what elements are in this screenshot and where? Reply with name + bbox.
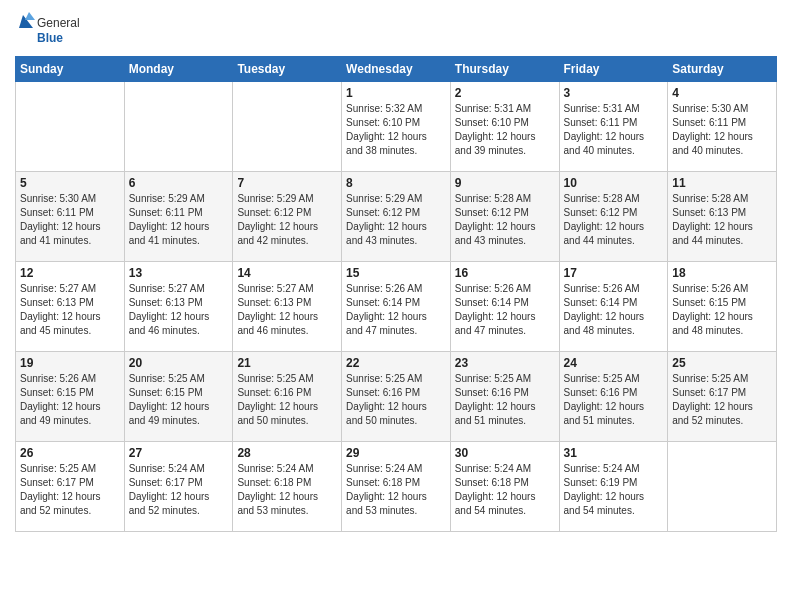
week-row-2: 5Sunrise: 5:30 AMSunset: 6:11 PMDaylight… bbox=[16, 172, 777, 262]
calendar-cell: 24Sunrise: 5:25 AMSunset: 6:16 PMDayligh… bbox=[559, 352, 668, 442]
calendar-cell: 3Sunrise: 5:31 AMSunset: 6:11 PMDaylight… bbox=[559, 82, 668, 172]
calendar-cell: 9Sunrise: 5:28 AMSunset: 6:12 PMDaylight… bbox=[450, 172, 559, 262]
calendar-cell: 21Sunrise: 5:25 AMSunset: 6:16 PMDayligh… bbox=[233, 352, 342, 442]
calendar-cell: 16Sunrise: 5:26 AMSunset: 6:14 PMDayligh… bbox=[450, 262, 559, 352]
calendar-cell: 8Sunrise: 5:29 AMSunset: 6:12 PMDaylight… bbox=[342, 172, 451, 262]
calendar-cell: 27Sunrise: 5:24 AMSunset: 6:17 PMDayligh… bbox=[124, 442, 233, 532]
weekday-header-thursday: Thursday bbox=[450, 57, 559, 82]
calendar-cell: 13Sunrise: 5:27 AMSunset: 6:13 PMDayligh… bbox=[124, 262, 233, 352]
calendar-cell: 6Sunrise: 5:29 AMSunset: 6:11 PMDaylight… bbox=[124, 172, 233, 262]
week-row-5: 26Sunrise: 5:25 AMSunset: 6:17 PMDayligh… bbox=[16, 442, 777, 532]
day-info: Sunrise: 5:26 AMSunset: 6:15 PMDaylight:… bbox=[20, 372, 120, 428]
day-info: Sunrise: 5:25 AMSunset: 6:16 PMDaylight:… bbox=[564, 372, 664, 428]
day-info: Sunrise: 5:28 AMSunset: 6:13 PMDaylight:… bbox=[672, 192, 772, 248]
day-number: 22 bbox=[346, 356, 446, 370]
day-number: 20 bbox=[129, 356, 229, 370]
day-info: Sunrise: 5:27 AMSunset: 6:13 PMDaylight:… bbox=[129, 282, 229, 338]
day-info: Sunrise: 5:25 AMSunset: 6:16 PMDaylight:… bbox=[237, 372, 337, 428]
calendar-cell: 7Sunrise: 5:29 AMSunset: 6:12 PMDaylight… bbox=[233, 172, 342, 262]
day-number: 13 bbox=[129, 266, 229, 280]
day-info: Sunrise: 5:26 AMSunset: 6:14 PMDaylight:… bbox=[455, 282, 555, 338]
day-info: Sunrise: 5:25 AMSunset: 6:17 PMDaylight:… bbox=[672, 372, 772, 428]
day-info: Sunrise: 5:25 AMSunset: 6:16 PMDaylight:… bbox=[455, 372, 555, 428]
day-number: 19 bbox=[20, 356, 120, 370]
day-number: 8 bbox=[346, 176, 446, 190]
calendar-cell: 5Sunrise: 5:30 AMSunset: 6:11 PMDaylight… bbox=[16, 172, 125, 262]
day-number: 3 bbox=[564, 86, 664, 100]
calendar-cell: 30Sunrise: 5:24 AMSunset: 6:18 PMDayligh… bbox=[450, 442, 559, 532]
day-number: 17 bbox=[564, 266, 664, 280]
weekday-header-sunday: Sunday bbox=[16, 57, 125, 82]
calendar-table: SundayMondayTuesdayWednesdayThursdayFrid… bbox=[15, 56, 777, 532]
day-number: 7 bbox=[237, 176, 337, 190]
day-info: Sunrise: 5:24 AMSunset: 6:18 PMDaylight:… bbox=[346, 462, 446, 518]
calendar-cell: 22Sunrise: 5:25 AMSunset: 6:16 PMDayligh… bbox=[342, 352, 451, 442]
calendar-cell: 10Sunrise: 5:28 AMSunset: 6:12 PMDayligh… bbox=[559, 172, 668, 262]
calendar-cell: 1Sunrise: 5:32 AMSunset: 6:10 PMDaylight… bbox=[342, 82, 451, 172]
calendar-cell: 15Sunrise: 5:26 AMSunset: 6:14 PMDayligh… bbox=[342, 262, 451, 352]
day-number: 12 bbox=[20, 266, 120, 280]
day-info: Sunrise: 5:24 AMSunset: 6:17 PMDaylight:… bbox=[129, 462, 229, 518]
calendar-cell bbox=[668, 442, 777, 532]
day-number: 29 bbox=[346, 446, 446, 460]
week-row-3: 12Sunrise: 5:27 AMSunset: 6:13 PMDayligh… bbox=[16, 262, 777, 352]
calendar-cell: 4Sunrise: 5:30 AMSunset: 6:11 PMDaylight… bbox=[668, 82, 777, 172]
day-info: Sunrise: 5:26 AMSunset: 6:15 PMDaylight:… bbox=[672, 282, 772, 338]
day-info: Sunrise: 5:29 AMSunset: 6:11 PMDaylight:… bbox=[129, 192, 229, 248]
weekday-header-friday: Friday bbox=[559, 57, 668, 82]
day-number: 21 bbox=[237, 356, 337, 370]
day-info: Sunrise: 5:29 AMSunset: 6:12 PMDaylight:… bbox=[346, 192, 446, 248]
day-number: 24 bbox=[564, 356, 664, 370]
day-number: 30 bbox=[455, 446, 555, 460]
calendar-cell bbox=[233, 82, 342, 172]
calendar-cell: 12Sunrise: 5:27 AMSunset: 6:13 PMDayligh… bbox=[16, 262, 125, 352]
day-number: 2 bbox=[455, 86, 555, 100]
day-number: 14 bbox=[237, 266, 337, 280]
week-row-1: 1Sunrise: 5:32 AMSunset: 6:10 PMDaylight… bbox=[16, 82, 777, 172]
day-info: Sunrise: 5:25 AMSunset: 6:17 PMDaylight:… bbox=[20, 462, 120, 518]
calendar-cell: 28Sunrise: 5:24 AMSunset: 6:18 PMDayligh… bbox=[233, 442, 342, 532]
logo: General Blue bbox=[15, 10, 85, 50]
day-number: 9 bbox=[455, 176, 555, 190]
calendar-body: 1Sunrise: 5:32 AMSunset: 6:10 PMDaylight… bbox=[16, 82, 777, 532]
calendar-cell: 2Sunrise: 5:31 AMSunset: 6:10 PMDaylight… bbox=[450, 82, 559, 172]
day-number: 31 bbox=[564, 446, 664, 460]
day-info: Sunrise: 5:30 AMSunset: 6:11 PMDaylight:… bbox=[20, 192, 120, 248]
calendar-cell: 25Sunrise: 5:25 AMSunset: 6:17 PMDayligh… bbox=[668, 352, 777, 442]
weekday-header-wednesday: Wednesday bbox=[342, 57, 451, 82]
day-info: Sunrise: 5:31 AMSunset: 6:10 PMDaylight:… bbox=[455, 102, 555, 158]
page-header: General Blue bbox=[15, 10, 777, 50]
logo-svg: General Blue bbox=[15, 10, 85, 50]
day-number: 18 bbox=[672, 266, 772, 280]
weekday-header-tuesday: Tuesday bbox=[233, 57, 342, 82]
day-info: Sunrise: 5:27 AMSunset: 6:13 PMDaylight:… bbox=[20, 282, 120, 338]
calendar-cell: 19Sunrise: 5:26 AMSunset: 6:15 PMDayligh… bbox=[16, 352, 125, 442]
day-number: 11 bbox=[672, 176, 772, 190]
day-number: 26 bbox=[20, 446, 120, 460]
day-info: Sunrise: 5:28 AMSunset: 6:12 PMDaylight:… bbox=[455, 192, 555, 248]
calendar-cell: 11Sunrise: 5:28 AMSunset: 6:13 PMDayligh… bbox=[668, 172, 777, 262]
day-info: Sunrise: 5:26 AMSunset: 6:14 PMDaylight:… bbox=[346, 282, 446, 338]
day-info: Sunrise: 5:26 AMSunset: 6:14 PMDaylight:… bbox=[564, 282, 664, 338]
svg-text:General: General bbox=[37, 16, 80, 30]
calendar-cell: 18Sunrise: 5:26 AMSunset: 6:15 PMDayligh… bbox=[668, 262, 777, 352]
calendar-header: SundayMondayTuesdayWednesdayThursdayFrid… bbox=[16, 57, 777, 82]
day-number: 25 bbox=[672, 356, 772, 370]
calendar-cell: 29Sunrise: 5:24 AMSunset: 6:18 PMDayligh… bbox=[342, 442, 451, 532]
calendar-cell: 14Sunrise: 5:27 AMSunset: 6:13 PMDayligh… bbox=[233, 262, 342, 352]
day-info: Sunrise: 5:25 AMSunset: 6:16 PMDaylight:… bbox=[346, 372, 446, 428]
svg-marker-3 bbox=[25, 12, 35, 20]
calendar-cell: 20Sunrise: 5:25 AMSunset: 6:15 PMDayligh… bbox=[124, 352, 233, 442]
weekday-header-saturday: Saturday bbox=[668, 57, 777, 82]
day-info: Sunrise: 5:32 AMSunset: 6:10 PMDaylight:… bbox=[346, 102, 446, 158]
weekday-header-row: SundayMondayTuesdayWednesdayThursdayFrid… bbox=[16, 57, 777, 82]
day-number: 1 bbox=[346, 86, 446, 100]
weekday-header-monday: Monday bbox=[124, 57, 233, 82]
day-info: Sunrise: 5:27 AMSunset: 6:13 PMDaylight:… bbox=[237, 282, 337, 338]
day-number: 23 bbox=[455, 356, 555, 370]
svg-text:Blue: Blue bbox=[37, 31, 63, 45]
day-number: 16 bbox=[455, 266, 555, 280]
day-info: Sunrise: 5:24 AMSunset: 6:18 PMDaylight:… bbox=[455, 462, 555, 518]
day-number: 10 bbox=[564, 176, 664, 190]
calendar-cell bbox=[124, 82, 233, 172]
